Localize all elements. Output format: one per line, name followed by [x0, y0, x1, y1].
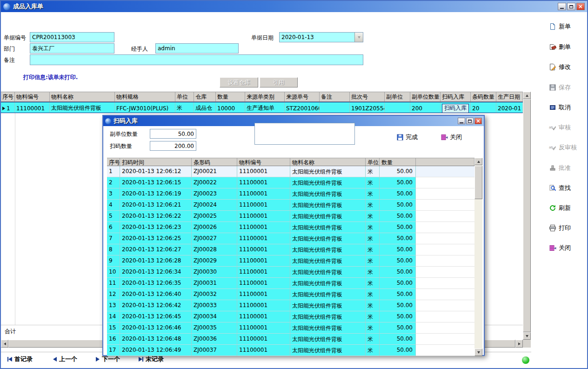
nav-next-record[interactable]: 下一个 [96, 355, 120, 363]
column-header-prod-date[interactable]: 生产日期 [496, 92, 523, 101]
scroll-up-button[interactable] [523, 92, 531, 99]
column-header-scan-entry[interactable]: 扫码入库 [441, 92, 471, 101]
nav-first-record[interactable]: 首记录 [7, 355, 33, 363]
sidebar-item-new[interactable]: 新单 [549, 20, 588, 33]
column-header-material-name[interactable]: 物料名称 [290, 158, 366, 166]
sub-unit-qty-field[interactable] [150, 129, 196, 139]
column-header-source-no[interactable]: 来源单号 [285, 92, 320, 101]
sidebar-item-close[interactable]: 关闭 [549, 242, 588, 254]
scan-grid-row[interactable]: 17 2020-01-13 12:06:49 ZJ00037 11100001 … [107, 345, 474, 356]
minimize-button[interactable] [558, 3, 566, 10]
scan-grid-row[interactable]: 9 2020-01-13 12:06:28 ZJ00029 11100001 太… [107, 255, 474, 267]
column-header-material-name[interactable]: 物料名称 [50, 92, 115, 101]
scroll-right-button[interactable] [515, 340, 523, 348]
sidebar-item-print[interactable]: 打印 [549, 222, 588, 234]
sidebar-item-search[interactable]: 查找 [549, 182, 588, 194]
sidebar-item-refresh[interactable]: 刷新 [549, 202, 588, 214]
main-window: 成品入库单 × 单据编号 单据日期 2020-01-13 部门 经手人 备注 打… [0, 0, 588, 369]
remarks-input[interactable] [30, 54, 363, 65]
sidebar-item-cancel[interactable]: 取消 [549, 101, 588, 114]
cell-source-no: STZ2001060( [285, 102, 320, 113]
scan-grid-row[interactable]: 15 2020-01-13 12:06:46 ZJ00035 11100001 … [107, 322, 474, 334]
print-info-text: 打印信息:该单未打印. [23, 74, 78, 81]
scan-grid-row[interactable]: 13 2020-01-13 12:06:42 ZJ00033 11100001 … [107, 300, 474, 311]
column-header-qty[interactable]: 数量 [216, 92, 245, 101]
sidebar-label: 查找 [559, 184, 571, 192]
doc-no-input[interactable] [30, 32, 114, 42]
doc-date-label: 单据日期 [251, 34, 274, 42]
cell-scan-time: 2020-01-13 12:06:19 [120, 188, 192, 200]
column-header-batch-no[interactable]: 批次号 [350, 92, 385, 101]
dialog-minimize-button[interactable] [458, 118, 465, 124]
column-header-material-no[interactable]: 物料编号 [237, 158, 290, 166]
nav-last-record[interactable]: 末记录 [139, 355, 164, 363]
doc-date-dropdown-button[interactable] [354, 33, 363, 42]
complete-save-icon [396, 134, 404, 141]
column-header-sub-unit[interactable]: 副单位 [385, 92, 410, 101]
column-header-barcode-qty[interactable]: 条码数量 [471, 92, 496, 101]
scrollbar-corner [523, 340, 531, 348]
scroll-down-button[interactable] [523, 332, 531, 340]
last-record-icon [139, 357, 143, 362]
column-header-seq[interactable]: 序号 [1, 92, 15, 101]
dialog-vertical-scrollbar[interactable] [474, 158, 482, 356]
scan-grid-row[interactable]: 10 2020-01-13 12:06:34 ZJ00030 11100001 … [107, 267, 474, 278]
column-header-spec[interactable]: 物料规格 [115, 92, 175, 101]
sidebar-item-modify[interactable]: 修改 [549, 61, 588, 73]
scan-grid-row[interactable]: 1 2020-01-13 12:06:12 ZJ00021 11100001 太… [107, 166, 474, 177]
scan-grid-row[interactable]: 7 2020-01-13 12:06:25 ZJ00027 11100001 太… [107, 233, 474, 244]
dialog-scroll-down-button[interactable] [474, 349, 482, 356]
handler-input[interactable] [155, 43, 239, 54]
column-header-unit[interactable]: 单位 [366, 158, 380, 166]
scroll-left-button[interactable] [1, 340, 8, 348]
cell-scan-time: 2020-01-13 12:06:40 [120, 289, 192, 300]
column-header-warehouse[interactable]: 仓库 [194, 92, 216, 101]
cell-barcode: ZJ00026 [192, 222, 237, 233]
column-header-sub-unit-qty[interactable]: 副单位数量 [410, 92, 441, 101]
column-header-qty[interactable]: 数量 [380, 158, 416, 166]
scan-grid-row[interactable]: 12 2020-01-13 12:06:40 ZJ00032 11100001 … [107, 289, 474, 300]
cell-sub-unit-qty: 200 [410, 102, 441, 113]
cell-material-name: 太阳能光伏组件背板 [290, 166, 366, 177]
dialog-scroll-up-button[interactable] [474, 158, 482, 165]
scan-grid-row[interactable]: 3 2020-01-13 12:06:19 ZJ00023 11100001 太… [107, 188, 474, 200]
dialog-close-button[interactable]: × [474, 118, 482, 124]
dept-input[interactable] [30, 43, 114, 54]
column-header-barcode[interactable]: 条形码 [192, 158, 237, 166]
sidebar-item-delete[interactable]: 删单 [549, 41, 588, 53]
column-header-scan-time[interactable]: 扫码时间 [120, 158, 192, 166]
scan-grid-row[interactable]: 16 2020-01-13 12:06:48 ZJ00036 11100001 … [107, 334, 474, 345]
column-header-unit[interactable]: 单位 [175, 92, 194, 101]
column-header-source-type[interactable]: 来源单类别 [245, 92, 285, 101]
dialog-scroll-thumb[interactable] [474, 166, 482, 199]
nav-prev-label: 上一个 [59, 355, 77, 363]
scan-grid-row[interactable]: 6 2020-01-13 12:06:23 ZJ00026 11100001 太… [107, 222, 474, 233]
scan-grid-row[interactable]: 11 2020-01-13 12:06:35 ZJ00031 11100001 … [107, 278, 474, 289]
scan-grid-row[interactable]: 5 2020-01-13 12:06:22 ZJ00025 11100001 太… [107, 211, 474, 222]
close-button[interactable]: × [576, 3, 585, 10]
vertical-scroll-thumb[interactable] [523, 99, 531, 332]
column-header-seq[interactable]: 序号 [107, 158, 120, 166]
maximize-button[interactable] [567, 3, 575, 10]
barcode-scan-input[interactable] [254, 123, 355, 145]
scan-entry-button[interactable]: 扫码入库 [442, 104, 469, 113]
column-header-material-no[interactable]: 物料编号 [15, 92, 50, 101]
cell-material-no: 11100001 [237, 177, 290, 188]
nav-previous-record[interactable]: 上一个 [53, 355, 77, 363]
main-grid-row[interactable]: 1 11100001 太阳能光伏组件背板 FFC-JW3010(PLUS) 米 … [1, 102, 523, 113]
cell-scan-time: 2020-01-13 12:06:49 [120, 345, 192, 356]
scan-grid-row[interactable]: 14 2020-01-13 12:06:45 ZJ00034 11100001 … [107, 311, 474, 322]
scan-qty-field[interactable] [150, 141, 196, 151]
scan-grid-row[interactable]: 4 2020-01-13 12:06:21 ZJ00024 11100001 太… [107, 200, 474, 211]
cell-qty: 50.00 [380, 255, 416, 267]
scan-grid-row[interactable]: 2 2020-01-13 12:06:15 ZJ00022 11100001 太… [107, 177, 474, 188]
complete-button[interactable]: 完成 [396, 133, 418, 141]
doc-date-combo[interactable]: 2020-01-13 [279, 32, 363, 42]
reference-button: 引用 [260, 77, 298, 87]
dialog-maximize-button[interactable] [466, 118, 474, 124]
column-header-remark[interactable]: 备注 [320, 92, 350, 101]
vertical-scrollbar[interactable] [523, 92, 531, 340]
dialog-close-action-button[interactable]: 关闭 [441, 133, 462, 141]
cell-prod-date: 2020-01 [496, 102, 523, 113]
scan-grid-row[interactable]: 8 2020-01-13 12:06:27 ZJ00028 11100001 太… [107, 244, 474, 255]
